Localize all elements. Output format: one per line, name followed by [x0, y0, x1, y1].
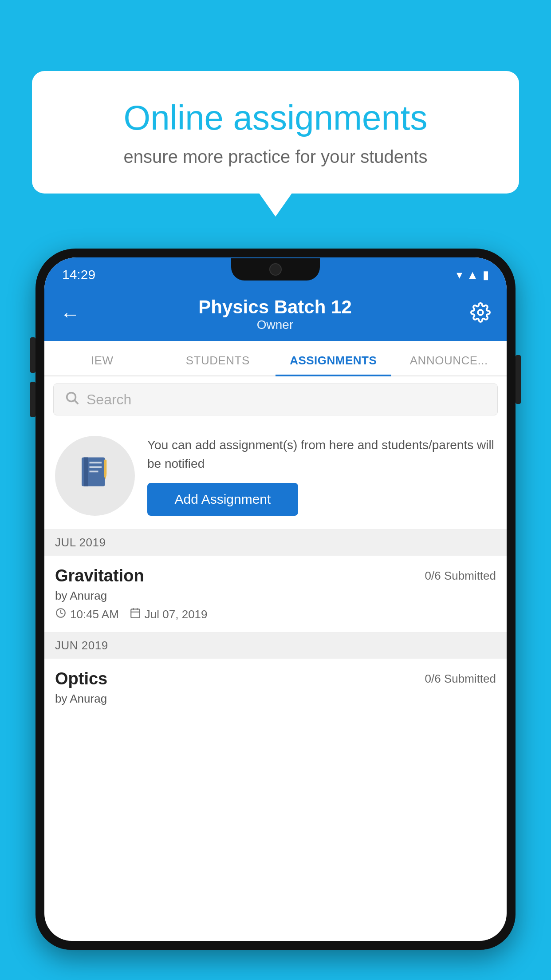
volume-down-button [30, 382, 35, 417]
tab-assignments[interactable]: ASSIGNMENTS [276, 354, 391, 375]
svg-point-1 [67, 393, 76, 402]
assignment-icon-circle [55, 436, 135, 516]
front-camera [269, 263, 282, 276]
app-bar-title: Physics Batch 12 [198, 296, 352, 318]
time-badge: 10:45 AM [55, 607, 119, 621]
phone-screen: 14:29 ▾ ▲ ▮ ← Physics Batch 12 Owner [44, 257, 507, 941]
app-bar-subtitle: Owner [198, 318, 352, 332]
power-button [516, 355, 521, 404]
phone-outer: 14:29 ▾ ▲ ▮ ← Physics Batch 12 Owner [35, 249, 516, 950]
info-description: You can add assignment(s) from here and … [147, 436, 496, 473]
month-label-jun: JUN 2019 [55, 639, 108, 652]
notebook-icon [77, 454, 113, 498]
svg-rect-6 [90, 466, 102, 468]
tab-students[interactable]: STUDENTS [160, 354, 276, 375]
phone-wrapper: 14:29 ▾ ▲ ▮ ← Physics Batch 12 Owner [35, 249, 516, 980]
settings-button[interactable] [470, 302, 491, 327]
month-header-jun: JUN 2019 [44, 632, 507, 659]
assignment-top-row-optics: Optics 0/6 Submitted [55, 669, 496, 688]
assignment-submitted: 0/6 Submitted [425, 569, 496, 583]
info-section: You can add assignment(s) from here and … [44, 423, 507, 530]
assignment-by: by Anurag [55, 589, 496, 603]
optics-name: Optics [55, 669, 107, 688]
add-assignment-button[interactable]: Add Assignment [147, 483, 298, 516]
assignment-item-optics[interactable]: Optics 0/6 Submitted by Anurag [44, 659, 507, 721]
status-time: 14:29 [62, 267, 95, 282]
status-icons: ▾ ▲ ▮ [457, 268, 489, 282]
calendar-icon [130, 607, 141, 621]
assignment-top-row: Gravitation 0/6 Submitted [55, 566, 496, 585]
phone-notch [231, 258, 320, 281]
speech-bubble: Online assignments ensure more practice … [32, 71, 519, 194]
svg-rect-8 [104, 459, 106, 475]
tab-announcements[interactable]: ANNOUNCE... [391, 354, 507, 375]
svg-rect-5 [90, 462, 102, 463]
optics-submitted: 0/6 Submitted [425, 672, 496, 686]
date-badge: Jul 07, 2019 [130, 607, 208, 621]
assignment-time: 10:45 AM [70, 608, 119, 621]
signal-icon: ▲ [467, 268, 478, 282]
tabs-row: IEW STUDENTS ASSIGNMENTS ANNOUNCE... [44, 341, 507, 376]
search-placeholder: Search [87, 391, 131, 408]
svg-rect-11 [131, 609, 140, 618]
svg-rect-7 [90, 470, 98, 472]
search-container: Search [44, 376, 507, 423]
assignment-time-row: 10:45 AM Jul 07, 2019 [55, 607, 496, 621]
battery-icon: ▮ [483, 268, 489, 282]
speech-bubble-title: Online assignments [63, 98, 488, 138]
wifi-icon: ▾ [457, 268, 462, 282]
svg-line-2 [75, 400, 78, 404]
app-bar-center: Physics Batch 12 Owner [198, 296, 352, 332]
assignment-item-gravitation[interactable]: Gravitation 0/6 Submitted by Anurag 10:4… [44, 556, 507, 632]
speech-bubble-area: Online assignments ensure more practice … [32, 71, 519, 194]
tab-iew[interactable]: IEW [44, 354, 160, 375]
info-text-area: You can add assignment(s) from here and … [147, 436, 496, 516]
search-icon [64, 390, 79, 409]
month-header-jul: JUL 2019 [44, 530, 507, 556]
svg-point-0 [478, 310, 483, 315]
month-label-jul: JUL 2019 [55, 536, 106, 549]
speech-bubble-subtitle: ensure more practice for your students [63, 147, 488, 167]
back-button[interactable]: ← [60, 303, 80, 325]
clock-icon [55, 607, 67, 621]
volume-up-button [30, 337, 35, 373]
svg-rect-4 [84, 457, 88, 486]
search-bar[interactable]: Search [53, 383, 498, 415]
app-bar: ← Physics Batch 12 Owner [44, 288, 507, 341]
assignment-date: Jul 07, 2019 [145, 608, 208, 621]
assignment-name: Gravitation [55, 566, 144, 585]
optics-by: by Anurag [55, 692, 496, 706]
